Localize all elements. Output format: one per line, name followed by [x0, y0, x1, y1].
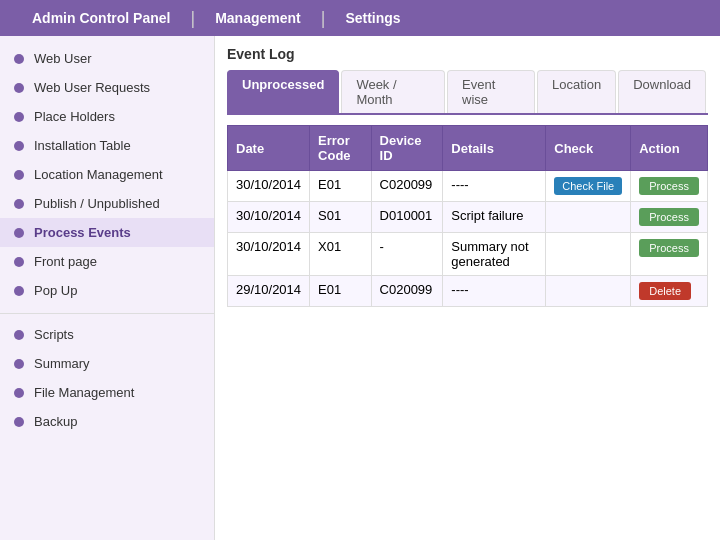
sidebar-item-web-user-requests[interactable]: Web User Requests [0, 73, 214, 102]
cell-device-id: C020099 [371, 171, 443, 202]
cell-action: Process [631, 171, 708, 202]
cell-error-code: E01 [310, 171, 371, 202]
sidebar-label-process-events: Process Events [34, 225, 131, 240]
sidebar-item-file-management[interactable]: File Management [0, 378, 214, 407]
sidebar-item-scripts[interactable]: Scripts [0, 320, 214, 349]
cell-details: Summary not generated [443, 233, 546, 276]
col-date: Date [228, 126, 310, 171]
sidebar-item-publish-unpublished[interactable]: Publish / Unpublished [0, 189, 214, 218]
sidebar-item-location-management[interactable]: Location Management [0, 160, 214, 189]
sidebar-item-front-page[interactable]: Front page [0, 247, 214, 276]
dot-web-user-requests [14, 83, 24, 93]
process-button[interactable]: Process [639, 177, 699, 195]
table-row: 30/10/2014X01-Summary not generatedProce… [228, 233, 708, 276]
check-file-button[interactable]: Check File [554, 177, 622, 195]
sidebar-label-backup: Backup [34, 414, 77, 429]
delete-button[interactable]: Delete [639, 282, 691, 300]
sidebar-label-summary: Summary [34, 356, 90, 371]
nav-settings[interactable]: Settings [329, 10, 416, 26]
nav-divider-2: | [317, 8, 330, 29]
tab-download[interactable]: Download [618, 70, 706, 113]
sidebar-label-scripts: Scripts [34, 327, 74, 342]
process-button[interactable]: Process [639, 208, 699, 226]
cell-date: 30/10/2014 [228, 202, 310, 233]
nav-divider-1: | [186, 8, 199, 29]
sidebar-item-process-events[interactable]: Process Events [0, 218, 214, 247]
event-log-title: Event Log [227, 46, 708, 62]
dot-front-page [14, 257, 24, 267]
cell-check [546, 276, 631, 307]
cell-action: Process [631, 202, 708, 233]
sidebar-item-place-holders[interactable]: Place Holders [0, 102, 214, 131]
tabs: Unprocessed Week / Month Event wise Loca… [227, 70, 708, 115]
cell-check: Check File [546, 171, 631, 202]
tab-location[interactable]: Location [537, 70, 616, 113]
tab-week-month[interactable]: Week / Month [341, 70, 445, 113]
cell-error-code: S01 [310, 202, 371, 233]
sidebar-label-location-management: Location Management [34, 167, 163, 182]
sidebar-label-publish-unpublished: Publish / Unpublished [34, 196, 160, 211]
dot-process-events [14, 228, 24, 238]
dot-scripts [14, 330, 24, 340]
cell-action: Delete [631, 276, 708, 307]
cell-check [546, 233, 631, 276]
tab-event-wise[interactable]: Event wise [447, 70, 535, 113]
sidebar-label-web-user-requests: Web User Requests [34, 80, 150, 95]
event-table: Date Error Code Device ID Details Check … [227, 125, 708, 307]
tab-unprocessed[interactable]: Unprocessed [227, 70, 339, 113]
dot-place-holders [14, 112, 24, 122]
col-error-code: Error Code [310, 126, 371, 171]
cell-date: 30/10/2014 [228, 233, 310, 276]
top-nav: Admin Control Panel | Management | Setti… [0, 0, 720, 36]
cell-device-id: C020099 [371, 276, 443, 307]
cell-error-code: E01 [310, 276, 371, 307]
sidebar-label-place-holders: Place Holders [34, 109, 115, 124]
cell-date: 30/10/2014 [228, 171, 310, 202]
sidebar-item-pop-up[interactable]: Pop Up [0, 276, 214, 305]
dot-backup [14, 417, 24, 427]
dot-web-user [14, 54, 24, 64]
sidebar-item-web-user[interactable]: Web User [0, 44, 214, 73]
sidebar: Web User Web User Requests Place Holders… [0, 36, 215, 540]
main-layout: Web User Web User Requests Place Holders… [0, 36, 720, 540]
col-device-id: Device ID [371, 126, 443, 171]
table-row: 29/10/2014E01C020099----Delete [228, 276, 708, 307]
sidebar-label-pop-up: Pop Up [34, 283, 77, 298]
sidebar-item-backup[interactable]: Backup [0, 407, 214, 436]
sidebar-label-file-management: File Management [34, 385, 134, 400]
dot-file-management [14, 388, 24, 398]
table-row: 30/10/2014E01C020099----Check FileProces… [228, 171, 708, 202]
process-button[interactable]: Process [639, 239, 699, 257]
cell-action: Process [631, 233, 708, 276]
cell-check [546, 202, 631, 233]
col-action: Action [631, 126, 708, 171]
sidebar-item-installation-table[interactable]: Installation Table [0, 131, 214, 160]
cell-device-id: D010001 [371, 202, 443, 233]
cell-date: 29/10/2014 [228, 276, 310, 307]
cell-details: ---- [443, 276, 546, 307]
main-content: Event Log Unprocessed Week / Month Event… [215, 36, 720, 540]
cell-error-code: X01 [310, 233, 371, 276]
sidebar-label-web-user: Web User [34, 51, 92, 66]
table-row: 30/10/2014S01D010001Script failureProces… [228, 202, 708, 233]
sidebar-label-installation-table: Installation Table [34, 138, 131, 153]
cell-device-id: - [371, 233, 443, 276]
dot-pop-up [14, 286, 24, 296]
dot-location-management [14, 170, 24, 180]
col-check: Check [546, 126, 631, 171]
nav-management[interactable]: Management [199, 10, 317, 26]
dot-summary [14, 359, 24, 369]
dot-installation-table [14, 141, 24, 151]
cell-details: ---- [443, 171, 546, 202]
dot-publish-unpublished [14, 199, 24, 209]
sidebar-label-front-page: Front page [34, 254, 97, 269]
nav-admin-control-panel[interactable]: Admin Control Panel [16, 10, 186, 26]
cell-details: Script failure [443, 202, 546, 233]
sidebar-item-summary[interactable]: Summary [0, 349, 214, 378]
col-details: Details [443, 126, 546, 171]
